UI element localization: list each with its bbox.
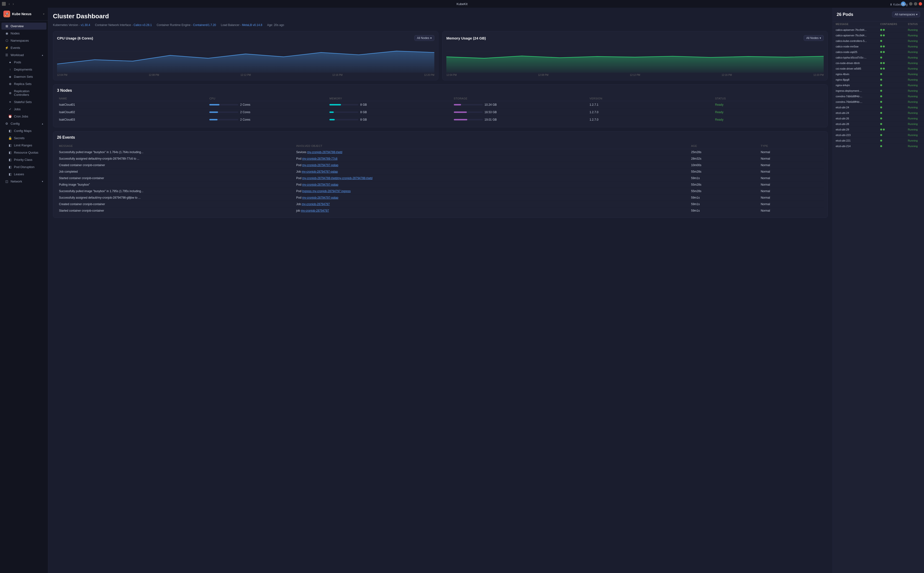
list-item: ingress-deployment-... Running xyxy=(833,88,924,94)
container-dot xyxy=(880,56,882,58)
table-row: IsakCloud03 2 Cores 8 GB 19.0 xyxy=(57,116,824,124)
pods-namespace-select[interactable]: All namespaces ▾ xyxy=(892,11,920,17)
events-col-age: AGE xyxy=(689,143,759,149)
cpu-nodes-select[interactable]: All Nodes ▾ xyxy=(414,35,434,41)
config-chevron-icon: ▴ xyxy=(42,122,43,125)
memory-chart-card: Memory Usage (24 GB) All Nodes ▾ xyxy=(442,31,828,80)
cron-jobs-icon: ⏰ xyxy=(8,114,12,118)
chevron-down-icon: ▾ xyxy=(916,13,918,16)
nodes-col-status: STATUS xyxy=(713,96,824,101)
cpu-chart-card: CPU Usage (6 Cores) All Nodes ▾ xyxy=(53,31,439,80)
back-button[interactable]: ‹ xyxy=(8,2,11,6)
sidebar-label-daemon-sets: Daemon Sets xyxy=(14,75,33,78)
sidebar-item-priority-class[interactable]: ◧ Priority Class xyxy=(3,156,47,163)
sidebar-item-pods[interactable]: ● Pods xyxy=(3,59,47,66)
container-dot xyxy=(880,134,882,136)
runtime-link[interactable]: Containerd/1.7.20 xyxy=(193,23,216,27)
events-table-header-row: MESSAGE INVOLVED OBJECT AGE TYPE xyxy=(57,143,824,149)
maximize-button[interactable] xyxy=(914,2,917,6)
runtime-info: Container Runtime Engine - Containerd/1.… xyxy=(157,23,216,27)
sidebar-item-events[interactable]: ⚡ Events xyxy=(2,44,47,51)
container-dot xyxy=(880,34,882,36)
sidebar-item-nodes[interactable]: ◉ Nodes xyxy=(2,30,47,37)
list-item: etcd-ubt-28 Running xyxy=(833,121,924,127)
cpu-chart-header: CPU Usage (6 Cores) All Nodes ▾ xyxy=(57,35,434,41)
lb-link[interactable]: MetaLB v0.14.8 xyxy=(242,23,262,27)
cni-link[interactable]: Calico v3.28.1 xyxy=(134,23,152,27)
table-row: Created container cronjob-container Pod … xyxy=(57,162,824,169)
sidebar-section-network[interactable]: ◫ Network ▾ xyxy=(2,178,47,185)
memory-nodes-select[interactable]: All Nodes ▾ xyxy=(804,35,824,41)
network-chevron-icon: ▾ xyxy=(42,180,43,183)
sidebar-label-stateful-sets: Stateful Sets xyxy=(14,100,32,104)
container-dot xyxy=(880,117,882,119)
sidebar-item-namespaces[interactable]: ⬡ Namespaces xyxy=(2,37,47,44)
forward-button[interactable]: › xyxy=(12,2,15,6)
container-dot xyxy=(880,68,882,70)
cni-info: Container Network Interface - Calico v3.… xyxy=(95,23,152,27)
deployments-icon: ↑ xyxy=(8,68,12,71)
workload-icon: ☰ xyxy=(5,53,9,57)
memory-chart-area xyxy=(446,44,824,73)
list-item: etcd-ubt-29 Running xyxy=(833,127,924,132)
table-row: Started container cronjob-container Pod … xyxy=(57,175,824,182)
container-dot xyxy=(880,45,882,47)
container-dot xyxy=(880,73,882,75)
list-item: calico-typha-b5ccd7c5c-... Running xyxy=(833,55,924,60)
kubeconfig-button[interactable]: ⬇ Kubeconfig xyxy=(890,3,908,6)
network-icon: ◫ xyxy=(5,180,9,183)
pods-table-header-row: MESSAGE CONTAINERS STATUS xyxy=(833,22,924,27)
list-item: csi-node-driver-ttlmh Running xyxy=(833,60,924,66)
nodes-col-memory: MEMORY xyxy=(328,96,452,101)
sidebar-item-cron-jobs[interactable]: ⏰ Cron Jobs xyxy=(3,113,47,120)
container-dot xyxy=(883,29,885,31)
table-row: Job completed Job my-cronjob-28794797-pq… xyxy=(57,169,824,175)
sidebar-item-jobs[interactable]: ✓ Jobs xyxy=(3,106,47,113)
minimize-button[interactable] xyxy=(909,2,913,6)
sidebar-label-jobs: Jobs xyxy=(14,107,20,111)
sidebar-header: 🚀 Kube Nexus ▾ xyxy=(0,8,48,20)
list-item: etcd-ubt-26 Running xyxy=(833,116,924,121)
cpu-chart-area xyxy=(57,44,434,73)
sidebar-item-resource-quotas[interactable]: ◧ Resource Quotas xyxy=(3,149,47,156)
pod-disruption-icon: ◧ xyxy=(8,165,12,169)
priority-class-icon: ◧ xyxy=(8,158,12,161)
sidebar-item-limit-ranges[interactable]: ◧ Limit Ranges xyxy=(3,142,47,149)
nodes-col-version: VERSION xyxy=(588,96,713,101)
sidebar-item-overview[interactable]: ⊞ Overview xyxy=(2,23,47,30)
container-dot xyxy=(880,145,882,147)
info-bar: Kubernetes Version - v1.30.4 Container N… xyxy=(53,23,828,27)
sidebar-item-deployments[interactable]: ↑ Deployments xyxy=(3,66,47,73)
container-dot xyxy=(880,29,882,31)
sidebar-item-secrets[interactable]: 🔒 Secrets xyxy=(3,135,47,142)
sidebar-item-replica-sets[interactable]: ⊕ Replica Sets xyxy=(3,80,47,88)
config-maps-icon: ◧ xyxy=(8,129,12,133)
sidebar-label-pods: Pods xyxy=(14,60,21,64)
age-info: Age: 20s ago xyxy=(267,23,284,27)
nodes-section-title: 3 Nodes xyxy=(57,88,824,93)
k8s-version-info: Kubernetes Version - v1.30.4 xyxy=(53,23,90,27)
sidebar-section-config[interactable]: ⚙ Config ▴ xyxy=(2,120,47,127)
list-item: nginx-4bvin Running xyxy=(833,72,924,77)
workload-submenu: ● Pods ↑ Deployments ◈ Daemon Sets ⊕ Rep… xyxy=(0,59,48,120)
sidebar-item-leases[interactable]: ◧ Leases xyxy=(3,171,47,178)
sidebar-label-config-maps: Config Maps xyxy=(14,129,31,133)
close-button[interactable] xyxy=(919,2,922,6)
sidebar: 🚀 Kube Nexus ▾ ⊞ Overview ◉ Nodes ⬡ Name… xyxy=(0,8,48,573)
sidebar-item-daemon-sets[interactable]: ◈ Daemon Sets xyxy=(3,73,47,80)
sidebar-item-pod-disruption[interactable]: ◧ Pod Disruption xyxy=(3,163,47,171)
list-item: coredns-7db6d8ff4d-... Running xyxy=(833,94,924,99)
sidebar-label-secrets: Secrets xyxy=(14,136,25,140)
nodes-col-name: NAME xyxy=(57,96,208,101)
sidebar-item-config-maps[interactable]: ◧ Config Maps xyxy=(3,127,47,134)
nodes-col-storage: STORAGE xyxy=(452,96,588,101)
nodes-table: NAME CPU MEMORY STORAGE VERSION STATUS I… xyxy=(57,96,824,123)
k8s-version-link[interactable]: v1.30.4 xyxy=(81,23,90,27)
table-row: Created container cronjob-container Job … xyxy=(57,201,824,208)
list-item: etcd-ubt-221 Running xyxy=(833,138,924,144)
sidebar-section-workload[interactable]: ☰ Workload ▴ xyxy=(2,52,47,58)
sidebar-item-replication-controllers[interactable]: ⊗ Replication Controllers xyxy=(3,88,47,98)
table-row: Started container cronjob-container job … xyxy=(57,208,824,214)
grid-icon: ⊞ xyxy=(5,24,9,28)
sidebar-item-stateful-sets[interactable]: ≡ Stateful Sets xyxy=(3,99,47,105)
